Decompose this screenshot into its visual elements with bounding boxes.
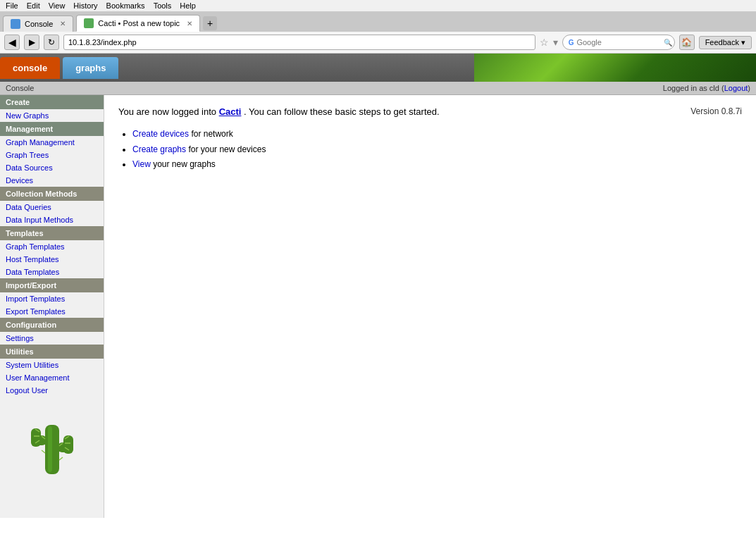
sidebar-section-create: Create (0, 95, 104, 109)
menu-bookmarks[interactable]: Bookmarks (106, 1, 145, 10)
feedback-button[interactable]: Feedback ▾ (699, 36, 752, 49)
menu-edit[interactable]: Edit (27, 1, 40, 10)
cactus-logo (24, 404, 80, 481)
sidebar-item-data-input-methods[interactable]: Data Input Methods (0, 213, 104, 226)
address-bar: ◀ ▶ ↻ ☆ ▾ G 🔍 🏠 Feedback ▾ (0, 32, 756, 54)
sidebar-item-settings[interactable]: Settings (0, 332, 104, 345)
sidebar-section-management: Management (0, 122, 104, 136)
sidebar-item-user-management[interactable]: User Management (0, 371, 104, 384)
cacti-link[interactable]: Cacti (219, 106, 242, 117)
logged-in-status: Logged in as cld (Logout) (663, 84, 750, 92)
search-submit-icon[interactable]: 🔍 (664, 39, 672, 47)
url-input[interactable] (63, 35, 535, 50)
sidebar-item-export-templates[interactable]: Export Templates (0, 305, 104, 318)
list-item-create-devices: Create devices for network (132, 127, 742, 142)
create-graphs-text: for your new devices (188, 144, 266, 154)
browser-tab-console[interactable]: Console ✕ (3, 16, 73, 32)
svg-rect-4 (63, 435, 73, 454)
content-area: Version 0.8.7i You are now logged into C… (104, 95, 756, 518)
list-item-view-graphs: View your new graphs (132, 157, 742, 173)
sidebar-item-host-templates[interactable]: Host Templates (0, 253, 104, 266)
cacti-tab-label: Cacti • Post a new topic (98, 19, 180, 27)
sidebar-item-data-templates[interactable]: Data Templates (0, 266, 104, 278)
getting-started-list: Create devices for network Create graphs… (132, 127, 742, 173)
app-header: console graphs (0, 54, 756, 82)
sidebar-item-devices[interactable]: Devices (0, 174, 104, 187)
welcome-header: Version 0.8.7i You are now logged into C… (118, 106, 742, 127)
sidebar-section-templates: Templates (0, 226, 104, 240)
reload-button[interactable]: ↻ (44, 35, 59, 50)
sidebar-item-logout-user[interactable]: Logout User (0, 384, 104, 397)
console-tab-icon (11, 19, 20, 29)
svg-rect-2 (31, 428, 41, 447)
search-area: G 🔍 (562, 35, 675, 50)
version-text: Version 0.8.7i (690, 106, 742, 116)
logged-in-text: Logged in as cld (663, 84, 719, 92)
create-devices-link[interactable]: Create devices (132, 129, 189, 139)
tab-app-console[interactable]: console (0, 57, 60, 79)
menu-help[interactable]: Help (180, 1, 196, 10)
cactus-logo-area (0, 397, 104, 488)
forward-button[interactable]: ▶ (24, 35, 39, 50)
search-input[interactable] (576, 38, 661, 47)
sidebar-section-utilities: Utilities (0, 345, 104, 359)
sidebar-item-graph-management[interactable]: Graph Management (0, 136, 104, 149)
logout-link[interactable]: Logout (724, 84, 748, 92)
sidebar: Create New Graphs Management Graph Manag… (0, 95, 104, 518)
console-tab-close[interactable]: ✕ (60, 20, 66, 27)
view-graphs-link[interactable]: View (132, 159, 151, 169)
sidebar-section-collection-methods: Collection Methods (0, 187, 104, 201)
svg-rect-5 (48, 426, 52, 472)
sidebar-item-new-graphs[interactable]: New Graphs (0, 109, 104, 122)
list-item-create-graphs: Create graphs for your new devices (132, 142, 742, 158)
cacti-tab-icon (84, 18, 94, 28)
home-button[interactable]: 🏠 (679, 35, 695, 50)
welcome-intro: You are now logged into (118, 106, 216, 117)
sidebar-section-configuration: Configuration (0, 318, 104, 332)
bookmark-down-icon[interactable]: ▾ (553, 37, 558, 48)
tab-app-graphs[interactable]: graphs (63, 57, 118, 79)
header-background (474, 54, 756, 82)
menu-history[interactable]: History (73, 1, 97, 10)
welcome-rest: . You can follow these basic steps to ge… (244, 106, 440, 117)
console-title: Console (6, 84, 34, 92)
sidebar-item-graph-trees[interactable]: Graph Trees (0, 149, 104, 161)
create-devices-text: for network (191, 129, 233, 139)
view-graphs-text: your new graphs (153, 159, 216, 169)
browser-tab-cacti[interactable]: Cacti • Post a new topic ✕ (76, 15, 200, 32)
cacti-tab-close[interactable]: ✕ (187, 20, 192, 27)
console-bar: Console Logged in as cld (Logout) (0, 82, 756, 95)
google-logo: G (569, 39, 574, 47)
back-button[interactable]: ◀ (4, 35, 20, 50)
welcome-text: You are now logged into Cacti . You can … (118, 106, 742, 117)
menu-file[interactable]: File (6, 1, 18, 10)
sidebar-item-data-queries[interactable]: Data Queries (0, 201, 104, 213)
sidebar-item-graph-templates[interactable]: Graph Templates (0, 240, 104, 253)
tab-bar: Console ✕ Cacti • Post a new topic ✕ + (0, 12, 756, 32)
main-layout: Create New Graphs Management Graph Manag… (0, 95, 756, 518)
sidebar-item-system-utilities[interactable]: System Utilities (0, 359, 104, 371)
menu-tools[interactable]: Tools (154, 1, 172, 10)
create-graphs-link[interactable]: Create graphs (132, 144, 186, 154)
console-tab-label: Console (25, 20, 53, 28)
sidebar-item-import-templates[interactable]: Import Templates (0, 292, 104, 305)
new-tab-button[interactable]: + (203, 16, 217, 30)
bookmark-star-icon[interactable]: ☆ (540, 37, 549, 48)
sidebar-section-import-export: Import/Export (0, 278, 104, 292)
svg-line-14 (42, 450, 45, 453)
menu-bar: File Edit View History Bookmarks Tools H… (0, 0, 756, 12)
svg-line-15 (59, 457, 63, 460)
menu-view[interactable]: View (49, 1, 66, 10)
sidebar-item-data-sources[interactable]: Data Sources (0, 161, 104, 174)
